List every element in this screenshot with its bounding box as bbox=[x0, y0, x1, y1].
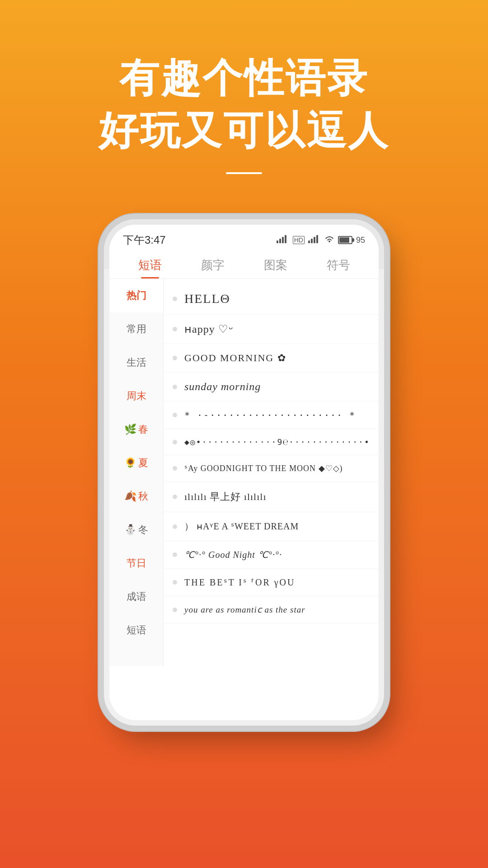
signal2-icon bbox=[308, 235, 321, 245]
category-sidebar: 热门 常用 生活 周末 🌿春 🌻夏 🍂秋 ⛄冬 节日 成语 短语 bbox=[109, 279, 164, 666]
phrase-text: ） ʜAᵞE A ˢWEET DREAM bbox=[184, 520, 299, 533]
status-icons: HD bbox=[277, 235, 365, 245]
phrase-dot bbox=[173, 385, 177, 389]
battery-percent: 95 bbox=[356, 236, 365, 245]
phrase-text: THE BEˢT Iˢ ᶠOR γOU bbox=[184, 577, 295, 588]
list-item[interactable]: ℃°·° Good Night ℃°·°· bbox=[164, 541, 379, 569]
svg-rect-3 bbox=[285, 235, 286, 243]
category-life[interactable]: 生活 bbox=[109, 346, 163, 379]
category-weekend[interactable]: 周末 bbox=[109, 379, 163, 413]
phrase-dot bbox=[173, 327, 177, 331]
list-item[interactable]: ılılılı 早上好 ılılılı bbox=[164, 482, 379, 512]
list-item[interactable]: GOOD MORNING ✿ bbox=[164, 344, 379, 373]
phone-wrapper: 下午3:47 HD bbox=[0, 219, 488, 726]
signal-icon bbox=[277, 235, 289, 245]
phrase-dot bbox=[173, 297, 177, 301]
list-item[interactable]: ʜappy ♡ᵕ bbox=[164, 315, 379, 344]
category-summer[interactable]: 🌻夏 bbox=[109, 446, 163, 480]
list-item[interactable]: ◆◎•·············9℮·············• bbox=[164, 429, 379, 455]
phone-content: 下午3:47 HD bbox=[109, 225, 379, 670]
phrase-text: ʜappy ♡ᵕ bbox=[184, 323, 234, 335]
list-item[interactable]: ） ʜAᵞE A ˢWEET DREAM bbox=[164, 512, 379, 541]
list-item[interactable]: HELLΘ bbox=[164, 283, 379, 315]
phrase-dot bbox=[173, 466, 177, 471]
list-item[interactable]: you are as romantiᴄ as the star bbox=[164, 596, 379, 623]
phrase-dot bbox=[173, 440, 177, 444]
tab-phrases[interactable]: 短语 bbox=[118, 252, 181, 278]
phrase-text: * ·-····················· * bbox=[184, 410, 356, 420]
category-spring[interactable]: 🌿春 bbox=[109, 413, 163, 446]
phrase-text: you are as romantiᴄ as the star bbox=[184, 604, 305, 615]
phrase-text: ◆◎•·············9℮·············• bbox=[184, 437, 370, 447]
phrase-dot bbox=[173, 608, 177, 612]
app-tabs: 短语 颜字 图案 符号 bbox=[109, 252, 379, 279]
svg-rect-7 bbox=[316, 235, 318, 243]
battery-fill bbox=[339, 237, 349, 243]
svg-rect-2 bbox=[282, 237, 284, 243]
status-time: 下午3:47 bbox=[123, 233, 166, 247]
svg-rect-1 bbox=[279, 239, 281, 243]
svg-point-8 bbox=[328, 241, 330, 242]
category-idiom[interactable]: 成语 bbox=[109, 580, 163, 613]
category-winter[interactable]: ⛄冬 bbox=[109, 513, 163, 547]
tab-symbols[interactable]: 符号 bbox=[307, 252, 370, 278]
hero-section: 有趣个性语录 好玩又可以逗人 bbox=[0, 0, 488, 219]
phrase-text: GOOD MORNING ✿ bbox=[184, 352, 286, 364]
category-holiday[interactable]: 节日 bbox=[109, 547, 163, 580]
category-phrase[interactable]: 短语 bbox=[109, 613, 163, 647]
category-autumn[interactable]: 🍂秋 bbox=[109, 480, 163, 513]
phrase-text: sunday morning bbox=[184, 381, 261, 393]
phrase-text: ˢAy GOODNIGHT TO THE MOON ◆♡◇) bbox=[184, 463, 343, 473]
wifi-icon bbox=[324, 235, 334, 245]
category-hot[interactable]: 热门 bbox=[109, 279, 163, 312]
svg-rect-5 bbox=[311, 239, 313, 243]
phone-mockup: 下午3:47 HD bbox=[104, 219, 384, 726]
content-area: 热门 常用 生活 周末 🌿春 🌻夏 🍂秋 ⛄冬 节日 成语 短语 bbox=[109, 279, 379, 666]
phrase-text: HELLΘ bbox=[184, 292, 230, 306]
list-item[interactable]: sunday morning bbox=[164, 373, 379, 401]
svg-rect-0 bbox=[277, 241, 278, 243]
svg-rect-4 bbox=[308, 241, 310, 243]
phrase-dot bbox=[173, 580, 177, 585]
phrase-text: ℃°·° Good Night ℃°·°· bbox=[184, 549, 282, 560]
phrase-dot bbox=[173, 356, 177, 360]
phrases-list: HELLΘ ʜappy ♡ᵕ GOOD MORNING ✿ su bbox=[164, 279, 379, 666]
tab-patterns[interactable]: 图案 bbox=[244, 252, 307, 278]
hero-title-1: 有趣个性语录 bbox=[0, 54, 488, 102]
hero-title-2: 好玩又可以逗人 bbox=[0, 107, 488, 155]
battery-icon bbox=[338, 236, 352, 244]
list-item[interactable]: ˢAy GOODNIGHT TO THE MOON ◆♡◇) bbox=[164, 455, 379, 482]
divider bbox=[226, 172, 262, 174]
phrase-dot bbox=[173, 495, 177, 499]
category-common[interactable]: 常用 bbox=[109, 312, 163, 346]
hd-label: HD bbox=[293, 236, 305, 244]
phrase-dot bbox=[173, 413, 177, 417]
phrase-dot bbox=[173, 524, 177, 529]
tab-fancy[interactable]: 颜字 bbox=[181, 252, 244, 278]
list-item[interactable]: THE BEˢT Iˢ ᶠOR γOU bbox=[164, 569, 379, 596]
phrase-dot bbox=[173, 552, 177, 557]
svg-rect-6 bbox=[314, 237, 315, 243]
phrase-text: ılılılı 早上好 ılılılı bbox=[184, 490, 267, 504]
list-item[interactable]: * ·-····················· * bbox=[164, 401, 379, 429]
status-bar: 下午3:47 HD bbox=[109, 225, 379, 252]
phone-screen: 下午3:47 HD bbox=[109, 225, 379, 720]
